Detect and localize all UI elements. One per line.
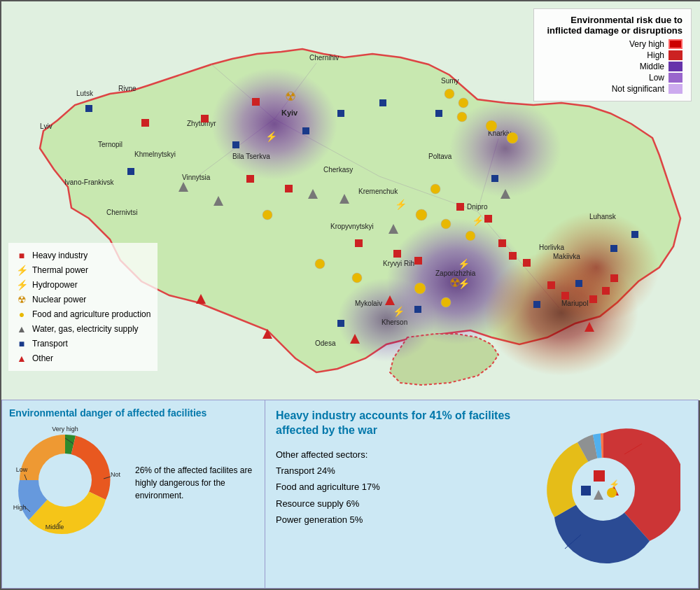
svg-point-90 (441, 219, 451, 229)
legend-label-veryhigh: Very high (629, 39, 664, 49)
svg-rect-73 (337, 110, 344, 117)
svg-text:Chernihiv: Chernihiv (309, 54, 339, 62)
svg-text:Kremenchuk: Kremenchuk (358, 188, 398, 195)
legend-row-notsignificant: Not significant (542, 84, 682, 94)
legend-label-low: Low (649, 73, 664, 83)
heavy-industry-label: Heavy industry (32, 251, 88, 260)
svg-rect-69 (85, 105, 92, 112)
svg-text:Kyiv: Kyiv (281, 108, 298, 117)
facility-row-transport: ■ Transport (15, 337, 150, 350)
svg-point-89 (416, 209, 427, 220)
svg-text:Poltava: Poltava (428, 153, 452, 160)
svg-rect-63 (610, 274, 618, 282)
legend-color-middle (668, 62, 682, 71)
svg-text:Kropyvnytskyi: Kropyvnytskyi (330, 223, 374, 230)
svg-rect-59 (547, 281, 555, 289)
legend-title-text: Environmental risk due to inflicted dama… (547, 15, 682, 36)
thermal-power-label: Thermal power (32, 265, 88, 275)
danger-box: Environmental danger of affected facilit… (1, 400, 267, 589)
svg-text:Very high: Very high (52, 426, 78, 433)
svg-text:Luhansk: Luhansk (589, 213, 617, 220)
svg-point-14 (533, 211, 659, 323)
legend-color-notsignificant (668, 84, 682, 94)
svg-rect-55 (484, 215, 492, 223)
svg-rect-52 (252, 98, 260, 106)
svg-point-92 (414, 283, 426, 294)
main-container: Lutsk Rivne Lviv Ternopil Ivano-Frankivs… (0, 0, 700, 590)
legend-title: Environmental risk due to inflicted dama… (542, 15, 682, 36)
svg-text:Not significant: Not significant (111, 471, 121, 478)
sector-transport: Transport 24% (276, 463, 516, 479)
donut-area: Very high Not significant Low High Middl… (9, 424, 260, 536)
svg-rect-56 (498, 239, 506, 247)
svg-text:Mykolaiv: Mykolaiv (355, 300, 382, 307)
svg-rect-81 (610, 245, 617, 252)
svg-point-94 (352, 273, 362, 283)
legend-row-veryhigh: Very high (542, 39, 682, 49)
industry-title-text: Heavy industry accounts for 41% of facil… (276, 409, 510, 436)
svg-text:Khmelnytskyi: Khmelnytskyi (134, 150, 176, 158)
legend-box: Environmental risk due to inflicted dama… (533, 8, 692, 101)
legend-row-middle: Middle (542, 62, 682, 71)
svg-text:Odesa: Odesa (315, 339, 336, 347)
svg-text:⚡: ⚡ (458, 278, 470, 290)
svg-text:Rivne: Rivne (118, 85, 136, 92)
svg-point-85 (486, 120, 497, 132)
nuclear-power-label: Nuclear power (32, 295, 86, 304)
nuclear-power-icon: ☢ (15, 293, 28, 306)
svg-rect-57 (509, 252, 517, 260)
svg-text:⚡: ⚡ (393, 306, 405, 318)
svg-rect-64 (414, 257, 422, 265)
industry-text: Heavy industry accounts for 41% of facil… (276, 409, 516, 580)
svg-rect-74 (379, 99, 386, 106)
legend-row-high: High (542, 50, 682, 60)
svg-rect-76 (491, 175, 498, 182)
legend-row-low: Low (542, 73, 682, 83)
svg-text:Dnipro: Dnipro (467, 203, 488, 211)
svg-text:Ivano-Frankivsk: Ivano-Frankivsk (64, 178, 115, 186)
food-agri-label: Food and agriculture production (32, 309, 150, 319)
svg-rect-54 (456, 203, 464, 211)
svg-rect-82 (631, 231, 638, 238)
svg-rect-75 (435, 110, 442, 117)
industry-box: Heavy industry accounts for 41% of facil… (265, 400, 699, 589)
other-label: Other (32, 353, 53, 363)
svg-point-9 (211, 68, 337, 180)
transport-icon: ■ (15, 337, 28, 350)
svg-text:Vinnytsia: Vinnytsia (182, 174, 211, 181)
svg-text:Ternopil: Ternopil (98, 141, 122, 148)
svg-rect-78 (337, 320, 344, 327)
svg-text:⚡: ⚡ (609, 479, 620, 489)
svg-text:Cherkasy: Cherkasy (323, 166, 353, 174)
svg-rect-79 (533, 301, 540, 308)
svg-point-108 (38, 454, 92, 507)
svg-rect-72 (302, 127, 309, 134)
sector-power: Power generation 5% (276, 512, 516, 528)
other-icon: ▲ (15, 352, 28, 365)
svg-point-84 (458, 98, 468, 108)
facility-row-nuclear: ☢ Nuclear power (15, 293, 150, 306)
svg-rect-77 (414, 306, 421, 313)
svg-point-86 (507, 132, 518, 143)
svg-text:Middle: Middle (46, 524, 64, 531)
svg-text:Kherson: Kherson (382, 318, 407, 326)
svg-text:Sumy: Sumy (441, 77, 459, 85)
svg-text:⚡: ⚡ (395, 199, 407, 211)
svg-point-93 (441, 297, 451, 307)
svg-point-96 (262, 210, 272, 220)
svg-rect-67 (141, 119, 149, 127)
svg-rect-66 (246, 175, 254, 183)
facility-row-food: ● Food and agriculture production (15, 308, 150, 321)
legend-color-high (668, 50, 682, 60)
svg-rect-53 (355, 239, 363, 247)
svg-point-91 (465, 231, 475, 241)
facility-row-other: ▲ Other (15, 352, 150, 365)
svg-rect-51 (201, 115, 209, 122)
svg-rect-80 (575, 280, 582, 287)
svg-text:⚡: ⚡ (458, 258, 470, 270)
facility-row-heavy: ■ Heavy industry (15, 249, 150, 262)
svg-rect-70 (127, 168, 134, 175)
svg-text:Lviv: Lviv (40, 122, 52, 130)
svg-point-124 (607, 488, 617, 498)
svg-text:⚡: ⚡ (265, 131, 278, 143)
